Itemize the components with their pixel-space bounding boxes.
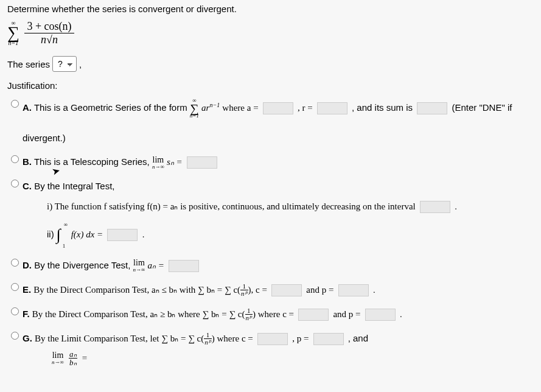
frac-g: 1nᵖ xyxy=(204,332,212,346)
option-f-row: F. By the Direct Comparison Test, aₙ ≥ b… xyxy=(11,306,534,323)
geo-sum-symbol: ∞ ∑ n=1 xyxy=(190,98,199,119)
option-g-row: G. By the Limit Comparison Test, let ∑ b… xyxy=(11,330,534,367)
question-container: Determine whether the series is converge… xyxy=(0,0,541,381)
option-a-radio[interactable] xyxy=(11,100,19,108)
the-series-label: The series xyxy=(7,59,50,69)
option-c-i: i) The function f satisfying f(n) = aₙ i… xyxy=(47,198,534,215)
option-d-body: D. By the Divergence Test, lim n→∞ aₙ = xyxy=(23,257,534,274)
option-b-row: B. This is a Telescoping Series, lim n→∞… xyxy=(11,153,534,170)
input-f-p[interactable] xyxy=(365,309,396,321)
option-a-body: A. This is a Geometric Series of the for… xyxy=(23,98,534,146)
option-d-row: D. By the Divergence Test, lim n→∞ aₙ = xyxy=(11,257,534,274)
option-c-row: C. By the Integral Test, i) The function… xyxy=(11,178,534,250)
lim-g: lim n→∞ xyxy=(52,351,64,365)
frac-f: 1nᵖ xyxy=(245,307,253,321)
option-a-letter: A. xyxy=(23,102,32,113)
option-g-line2: lim n→∞ aₙ bₙ = xyxy=(52,349,534,367)
option-b-radio[interactable] xyxy=(11,155,19,163)
input-g-p[interactable] xyxy=(313,333,344,345)
series-fraction: 3 + cos(n) n√n xyxy=(24,20,74,46)
justification-label: Justification: xyxy=(7,80,534,91)
option-d-radio[interactable] xyxy=(11,259,19,267)
option-c-letter: C. xyxy=(23,181,32,191)
option-g-body: G. By the Limit Comparison Test, let ∑ b… xyxy=(23,330,534,367)
option-e-row: E. By the Direct Comparison Test, aₙ ≤ b… xyxy=(11,281,534,298)
option-e-letter: E. xyxy=(23,284,31,295)
option-f-body: F. By the Direct Comparison Test, aₙ ≥ b… xyxy=(23,306,534,323)
integral-symbol: ∫1∞ xyxy=(57,221,61,250)
lim-b: lim n→∞ xyxy=(152,156,164,170)
option-e-radio[interactable] xyxy=(11,283,19,291)
option-g-radio[interactable] xyxy=(11,332,19,340)
option-c-body: C. By the Integral Test, i) The function… xyxy=(23,178,534,250)
question-prompt: Determine whether the series is converge… xyxy=(7,4,534,14)
option-b-body: B. This is a Telescoping Series, lim n→∞… xyxy=(23,153,534,170)
option-g-letter: G. xyxy=(23,333,32,343)
input-b-sn[interactable] xyxy=(187,156,217,169)
input-r-value[interactable] xyxy=(317,102,347,114)
frac-g2: aₙ bₙ xyxy=(69,350,77,366)
option-c-radio[interactable] xyxy=(11,180,19,187)
option-e-body: E. By the Direct Comparison Test, aₙ ≤ b… xyxy=(23,281,534,298)
series-answer-row: The series ? , xyxy=(7,56,534,72)
option-b-letter: B. xyxy=(23,156,32,167)
option-c-ii: ii) ∫1∞ f(x) dx = . xyxy=(47,221,534,250)
input-e-p[interactable] xyxy=(338,284,369,296)
input-f-c[interactable] xyxy=(298,309,329,321)
option-f-letter: F. xyxy=(23,309,30,319)
input-c-integral[interactable] xyxy=(107,229,138,241)
input-c-interval[interactable] xyxy=(420,201,450,213)
option-d-letter: D. xyxy=(23,260,32,270)
option-f-radio[interactable] xyxy=(11,307,19,315)
input-e-c[interactable] xyxy=(271,284,302,296)
option-a-row: A. This is a Geometric Series of the for… xyxy=(11,98,534,146)
frac-e: 1nᵖ xyxy=(240,283,248,297)
lim-d: lim n→∞ xyxy=(133,259,145,273)
sigma-symbol: ∞ ∑ n=1 xyxy=(7,20,19,46)
input-sum-value[interactable] xyxy=(417,102,447,114)
input-d-an[interactable] xyxy=(169,260,199,272)
option-a-line2: divergent.) xyxy=(23,130,534,146)
series-expression: ∞ ∑ n=1 3 + cos(n) n√n xyxy=(7,20,534,46)
input-g-c[interactable] xyxy=(257,333,288,345)
convergence-dropdown[interactable]: ? xyxy=(52,56,77,72)
input-a-value[interactable] xyxy=(263,102,293,114)
